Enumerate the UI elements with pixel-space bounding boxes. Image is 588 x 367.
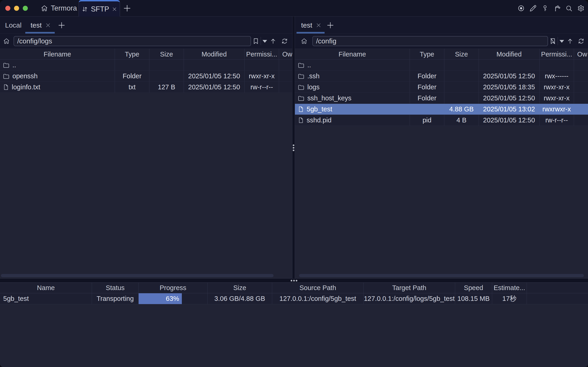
column-header-type[interactable]: Type [410,49,444,59]
transfer-arrows-icon [82,6,88,12]
zoom-window-button[interactable] [23,6,28,11]
tab-test-label: test [301,21,312,29]
column-header-modified[interactable]: Modified [479,49,539,59]
close-window-button[interactable] [5,6,10,11]
tab-test-left[interactable]: test [31,17,51,34]
splitter-grip [291,280,298,281]
search-icon[interactable] [565,5,572,12]
minimize-window-button[interactable] [14,6,19,11]
transfer-speed: 108.15 MB [455,293,492,304]
table-row[interactable]: ssh_host_keys Folder 2025/01/05 12:50 rw… [295,93,588,104]
refresh-icon[interactable] [578,38,585,45]
progress-bar: 63% [139,293,182,304]
right-file-table: Filename Type Size Modified Permissi... … [295,49,588,126]
tab-local[interactable]: Local [5,17,22,34]
settings-gear-icon[interactable] [577,5,584,12]
new-pane-tab-button[interactable] [58,22,65,29]
filename: logs [307,83,320,91]
tab-test-right[interactable]: test [301,17,321,34]
tab-test-label: test [31,21,42,29]
edit-icon[interactable] [530,5,537,12]
file-icon [298,106,304,112]
close-tab-icon[interactable] [316,23,321,28]
bookmark-remove-icon[interactable] [549,38,556,45]
pane-splitter-vertical[interactable] [292,17,295,278]
titlebar-toolbar [518,5,584,12]
filename: sshd.pid [307,117,332,124]
column-header-size[interactable]: Size [208,283,272,293]
column-header-modified[interactable]: Modified [184,49,245,59]
close-tab-icon[interactable] [45,23,51,28]
horizontal-scrollbar[interactable] [299,274,584,277]
folder-icon [3,62,10,69]
right-pane-tabstrip: test [295,17,588,34]
column-header-target-path[interactable]: Target Path [364,283,455,293]
close-tab-icon[interactable] [112,7,117,12]
column-header-filename[interactable]: Filename [295,49,410,59]
traffic-lights [5,6,28,11]
parent-directory-icon[interactable] [270,38,277,45]
column-header-owner[interactable]: Ow [279,49,292,59]
path-input-right[interactable] [312,36,548,46]
column-header-estimate[interactable]: Estimate... [492,283,527,293]
column-header-filename[interactable]: Filename [0,49,115,59]
title-bar: Termora SFTP [0,0,588,17]
chevron-down-icon[interactable] [263,40,267,43]
toolbar-separator [558,37,558,45]
tab-sftp[interactable]: SFTP [79,0,120,17]
column-header-permissions[interactable]: Permissi... [245,49,279,59]
transfer-row[interactable]: 5gb_test Transporting 63% 3.06 GB/4.88 G… [0,293,588,304]
column-header-status[interactable]: Status [92,283,139,293]
termora-window: Termora SFTP Local test [0,0,588,367]
git-branch-icon[interactable] [554,5,560,12]
column-header-permissions[interactable]: Permissi... [539,49,574,59]
file-icon [298,117,304,123]
refresh-icon[interactable] [281,38,288,45]
folder-icon [298,62,305,69]
column-header-size[interactable]: Size [444,49,479,59]
empty-area [0,304,588,367]
column-header-type[interactable]: Type [115,49,149,59]
pane-splitter-horizontal[interactable] [0,278,588,283]
right-table-header: Filename Type Size Modified Permissi... … [295,49,588,60]
new-window-tab-button[interactable] [123,4,131,12]
table-row[interactable]: .ssh Folder 2025/01/05 12:50 rwx------ [295,71,588,82]
home-icon [41,5,48,12]
new-pane-tab-button[interactable] [327,22,334,29]
remote-pane: test Filename Type Size Modified Permiss… [295,17,588,278]
chevron-down-icon[interactable] [560,40,564,43]
column-header-size[interactable]: Size [149,49,184,59]
tab-termora[interactable]: Termora [41,0,77,17]
column-header-speed[interactable]: Speed [455,283,492,293]
table-row[interactable]: .. [0,60,292,71]
table-row-selected[interactable]: 5gb_test 4.88 GB 2025/01/05 13:02 rwxrwx… [295,104,588,115]
home-directory-icon[interactable] [3,38,10,44]
key-icon[interactable] [542,5,548,12]
left-pane-toolbar [0,34,292,49]
column-header-source-path[interactable]: Source Path [272,283,364,293]
table-row[interactable]: loginfo.txt txt 127 B 2025/01/05 12:50 r… [0,82,292,93]
local-pane: Local test Filename Type Size Modified [0,17,292,278]
table-row[interactable]: openssh Folder 2025/01/05 12:50 rwxr-xr-… [0,71,292,82]
path-input-left[interactable] [14,36,251,46]
record-icon[interactable] [518,5,525,12]
column-header-owner[interactable]: Ow [574,49,588,59]
file-icon [3,84,9,90]
parent-directory-icon[interactable] [567,38,573,45]
transfer-size: 3.06 GB/4.88 GB [208,293,272,304]
horizontal-scrollbar[interactable] [1,274,273,277]
filename: .. [12,61,16,69]
column-header-progress[interactable]: Progress [139,283,208,293]
filename: 5gb_test [307,105,332,113]
home-directory-icon[interactable] [301,38,307,44]
table-row[interactable]: .. [295,60,588,71]
active-tab-underline [297,32,324,33]
column-header-name[interactable]: Name [0,283,92,293]
bookmark-icon[interactable] [252,38,259,45]
active-tab-underline [25,32,55,33]
folder-icon [298,84,305,91]
folder-icon [298,73,305,80]
filename: loginfo.txt [12,83,40,91]
table-row[interactable]: logs Folder 2025/01/05 18:35 rwxr-xr-x [295,82,588,93]
table-row[interactable]: sshd.pid pid 4 B 2025/01/05 12:50 rw-r--… [295,115,588,126]
